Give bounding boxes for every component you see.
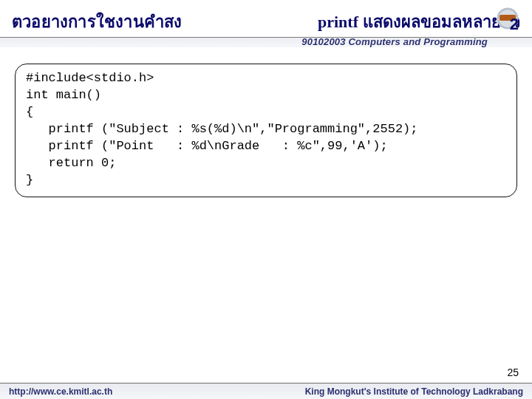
title-number: 2 (510, 15, 519, 34)
title-right: printf แสดงผลขอมลหลายตว (318, 9, 520, 35)
slide-footer: http://www.ce.kmitl.ac.th King Mongkut's… (0, 383, 532, 399)
course-line: 90102003 Computers and Programming (301, 36, 488, 47)
code-box: #include<stdio.h> int main() { printf ("… (15, 64, 517, 197)
footer-institution: King Mongkut's Institute of Technology L… (305, 386, 523, 397)
title-row: ตวอยางการใชงานคำสง printf แสดงผลขอมลหลาย… (12, 6, 520, 37)
slide-header: ตวอยางการใชงานคำสง printf แสดงผลขอมลหลาย… (0, 0, 532, 52)
footer-url: http://www.ce.kmitl.ac.th (9, 386, 112, 397)
code-content: #include<stdio.h> int main() { printf ("… (26, 70, 506, 189)
title-left: ตวอยางการใชงานคำสง (12, 9, 182, 35)
title-printf: printf (318, 13, 358, 32)
slide-number: 25 (507, 366, 519, 378)
institution-logo: 2 (491, 4, 525, 33)
